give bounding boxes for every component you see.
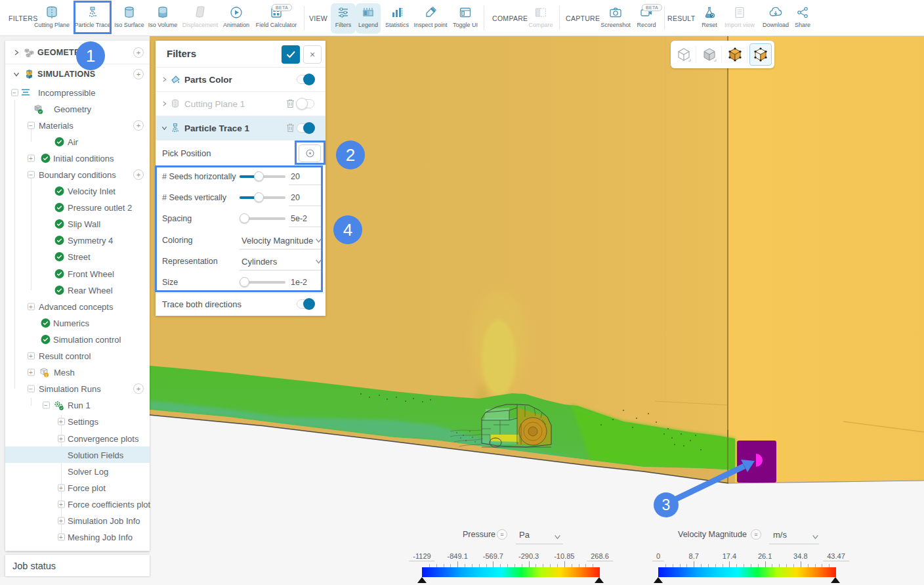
tree-item-advanced-concepts[interactable]: +Advanced concepts — [5, 298, 150, 314]
collapse-icon[interactable]: − — [28, 121, 35, 129]
expand-icon[interactable]: + — [28, 353, 35, 360]
apply-button[interactable] — [282, 45, 300, 64]
toolbar-button-share[interactable]: Share — [784, 3, 821, 33]
add-child-button[interactable]: + — [133, 120, 144, 131]
param-value[interactable]: 1e-2 — [291, 278, 307, 287]
expand-icon[interactable]: + — [58, 534, 65, 541]
tree-item-settings[interactable]: +Settings — [5, 414, 150, 430]
filter-row-parts-color[interactable]: Parts Color — [156, 68, 326, 92]
param-dropdown-representation[interactable]: Cylinders — [242, 256, 277, 266]
toolbar-button-iso-volume[interactable]: Iso Volume — [144, 3, 181, 33]
expand-icon[interactable]: + — [58, 517, 65, 524]
filter-row-cutting-plane-1[interactable]: Cutting Plane 1 — [156, 92, 326, 116]
chevron-down-icon[interactable] — [161, 125, 167, 131]
view-cube-solid[interactable] — [696, 41, 722, 68]
tree-item-symmetry-4[interactable]: Symmetry 4 — [5, 232, 150, 249]
tree-item-street[interactable]: Street — [5, 249, 150, 265]
tree-item-result-control[interactable]: +Result control — [5, 348, 150, 364]
legend-tick-label[interactable]: 268.6 — [587, 552, 613, 561]
legend-tick-label[interactable]: 0 — [652, 552, 664, 561]
toolbar-button-compare[interactable]: Compare — [522, 3, 559, 33]
legend-min-handle[interactable] — [654, 577, 663, 583]
tree-item-solver-log[interactable]: Solver Log — [5, 463, 150, 479]
add-child-button[interactable]: + — [133, 169, 144, 180]
param-value[interactable]: 20 — [291, 172, 300, 181]
tree-item-pressure-outlet-2[interactable]: Pressure outlet 2 — [5, 200, 150, 216]
legend-unit[interactable]: m/s — [773, 530, 787, 540]
sidebar-section-simulations[interactable]: SIMULATIONS + — [5, 64, 150, 84]
tree-item-mesh[interactable]: +!Mesh — [5, 364, 150, 381]
param-dropdown-coloring[interactable]: Velocity Magnitude — [242, 235, 313, 245]
tree-item-initial-conditions[interactable]: +Initial conditions — [5, 150, 150, 166]
chevron-right-icon[interactable] — [13, 49, 20, 56]
job-status-panel[interactable]: Job status — [5, 555, 150, 576]
legend-options-icon[interactable]: ≡ — [751, 529, 761, 540]
tree-item-numerics[interactable]: Numerics — [5, 314, 150, 331]
tree-item-air[interactable]: Air — [5, 133, 150, 150]
toolbar-button-displacement[interactable]: Displacement — [182, 3, 219, 33]
visibility-toggle[interactable] — [297, 123, 314, 133]
tree-item-materials[interactable]: −Materials+ — [5, 117, 150, 133]
legend-tick-label[interactable]: -1129 — [409, 552, 434, 561]
chevron-down-icon[interactable] — [13, 71, 20, 77]
toolbar-button-inspect-point[interactable]: Inspect point — [412, 3, 449, 33]
tree-item-geometry[interactable]: Geometry — [5, 100, 150, 117]
delete-icon[interactable] — [286, 98, 295, 109]
tree-item-velocity-inlet[interactable]: Velocity Inlet — [5, 183, 150, 200]
expand-icon[interactable]: + — [58, 484, 65, 491]
add-simulation-button[interactable]: + — [133, 69, 144, 79]
expand-icon[interactable]: + — [58, 418, 65, 425]
visibility-toggle[interactable] — [297, 99, 314, 108]
visibility-toggle[interactable] — [297, 75, 314, 84]
pick-position-button[interactable] — [299, 144, 321, 162]
tree-item-simulation-runs[interactable]: −Simulation Runs+ — [5, 381, 150, 397]
add-geometry-button[interactable]: + — [133, 47, 144, 58]
param-slider--seeds-horizontally[interactable] — [240, 175, 285, 178]
toolbar-button-iso-surface[interactable]: Iso Surface — [111, 3, 148, 33]
chevron-right-icon[interactable] — [161, 101, 167, 107]
view-cube-selected[interactable] — [749, 43, 772, 66]
legend-unit[interactable]: Pa — [519, 530, 530, 540]
param-slider-size[interactable] — [240, 281, 285, 284]
collapse-icon[interactable]: − — [28, 171, 35, 179]
expand-icon[interactable]: + — [28, 369, 35, 376]
legend-max-handle[interactable] — [595, 577, 604, 583]
param-slider--seeds-vertically[interactable] — [240, 196, 285, 199]
delete-icon[interactable] — [286, 123, 295, 133]
expand-icon[interactable]: + — [58, 435, 65, 442]
tree-item-force-coefficients-plot[interactable]: +Force coefficients plot — [5, 496, 150, 512]
tree-item-rear-wheel[interactable]: Rear Wheel — [5, 282, 150, 298]
toolbar-button-import-view[interactable]: Import view — [721, 3, 758, 33]
toolbar-button-cutting-plane[interactable]: Cutting Plane — [33, 3, 70, 33]
tree-item-slip-wall[interactable]: Slip Wall — [5, 216, 150, 232]
tree-item-simulation-job-info[interactable]: +Simulation Job Info — [5, 512, 150, 529]
view-cube-wireframe[interactable] — [671, 41, 696, 68]
tree-item-solution-fields[interactable]: Solution Fields — [5, 446, 150, 463]
view-cube-selected-slot[interactable] — [747, 41, 773, 68]
tree-item-run-1[interactable]: −Run 1 — [5, 397, 150, 414]
toolbar-button-animation[interactable]: Animation — [218, 3, 255, 33]
expand-icon[interactable]: + — [28, 303, 35, 310]
param-value[interactable]: 5e-2 — [291, 214, 307, 223]
legend-colorbar[interactable] — [422, 567, 600, 577]
expand-icon[interactable]: + — [58, 500, 65, 508]
toolbar-button-statistics[interactable]: Statistics — [379, 3, 415, 33]
legend-tick-label[interactable]: 43.47 — [823, 552, 849, 561]
legend-max-handle[interactable] — [831, 577, 840, 583]
add-child-button[interactable]: + — [133, 383, 144, 394]
expand-icon[interactable]: + — [28, 154, 35, 162]
param-slider-spacing[interactable] — [240, 217, 285, 220]
legend-options-icon[interactable]: ≡ — [497, 529, 507, 540]
legend-colorbar[interactable] — [658, 567, 836, 577]
chevron-right-icon[interactable] — [161, 77, 167, 83]
close-button[interactable]: × — [303, 45, 322, 64]
view-cube-colored[interactable] — [722, 41, 747, 68]
filter-row-particle-trace-1[interactable]: Particle Trace 1 — [156, 116, 326, 141]
toolbar-button-toggle-ui[interactable]: Toggle UI — [447, 3, 484, 33]
param-value[interactable]: 20 — [291, 193, 300, 202]
collapse-icon[interactable]: − — [43, 402, 50, 409]
tree-item-meshing-job-info[interactable]: +Meshing Job Info — [5, 529, 150, 546]
tree-item-boundary-conditions[interactable]: −Boundary conditions+ — [5, 166, 150, 183]
tree-item-incompressible[interactable]: −Incompressible — [5, 84, 150, 100]
legend-min-handle[interactable] — [417, 577, 427, 583]
